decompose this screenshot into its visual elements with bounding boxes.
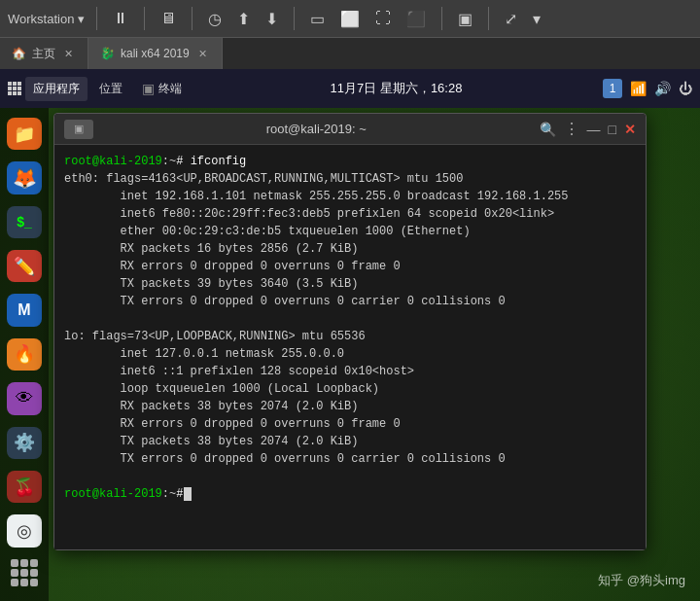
files-icon: 📁 bbox=[14, 124, 35, 145]
sidebar-icon-exploit[interactable]: 🔥 bbox=[7, 338, 42, 371]
separator-1 bbox=[96, 7, 97, 30]
terminal-line-3: inet6 fe80::20c:29ff:fec3:deb5 prefixlen… bbox=[64, 205, 636, 223]
editor-icon: ✏️ bbox=[14, 256, 35, 277]
sidebar-icon-metasploit[interactable]: M bbox=[7, 294, 42, 326]
screenshot-icon[interactable]: 🖥 bbox=[157, 8, 180, 29]
terminal-btn-icon: ▣ bbox=[142, 81, 155, 96]
terminal-search-button[interactable]: 🔍 bbox=[540, 122, 556, 137]
terminal-btn-label: 终端 bbox=[158, 81, 182, 97]
sidebar-icon-terminal[interactable]: $_ bbox=[7, 206, 42, 238]
snapshot2-icon[interactable]: ⬇ bbox=[262, 8, 282, 30]
sidebar-icon-recon[interactable]: 👁 bbox=[7, 382, 42, 414]
datetime-display: 11月7日 星期六，16:28 bbox=[193, 80, 599, 97]
terminal-line-2: inet 192.168.1.101 netmask 255.255.255.0… bbox=[64, 188, 636, 205]
circle-icon: ◎ bbox=[17, 520, 32, 542]
terminal-blank-1 bbox=[64, 310, 636, 328]
separator-6 bbox=[488, 7, 489, 30]
kali-tab-label: kali x64 2019 bbox=[121, 47, 190, 60]
terminal-line-14: RX errors 0 dropped 0 overruns 0 frame 0 bbox=[64, 415, 636, 433]
display3-icon[interactable]: ⛶ bbox=[371, 8, 395, 29]
top-bar: Workstation ▾ ⏸ 🖥 ◷ ⬆ ⬇ ▭ ⬜ ⛶ ⬛ ▣ ⤢ ▾ bbox=[0, 0, 700, 38]
terminal-content[interactable]: root@kali-2019:~# ifconfig eth0: flags=4… bbox=[54, 145, 646, 549]
apps-label: 应用程序 bbox=[33, 81, 80, 97]
sidebar-icon-cherry[interactable]: 🍒 bbox=[7, 471, 42, 503]
terminal-side-icon: $_ bbox=[17, 214, 32, 230]
tab-home[interactable]: 🏠 主页 ✕ bbox=[0, 38, 88, 69]
apps-button[interactable]: 应用程序 bbox=[25, 77, 88, 101]
task-bar: 🏠 主页 ✕ 🐉 kali x64 2019 ✕ bbox=[0, 38, 700, 69]
resize-icon[interactable]: ⤢ bbox=[501, 8, 521, 30]
prompt-0: root@kali-2019 bbox=[64, 155, 162, 168]
sidebar-icon-settings[interactable]: ⚙️ bbox=[7, 427, 42, 459]
metasploit-icon: M bbox=[18, 301, 30, 319]
chevron-down-icon[interactable]: ▾ bbox=[529, 8, 544, 30]
cherry-icon: 🍒 bbox=[14, 477, 35, 498]
sidebar-icon-circle[interactable]: ◎ bbox=[7, 514, 42, 547]
display4-icon[interactable]: ⬛ bbox=[402, 8, 430, 30]
workstation-title[interactable]: Workstation ▾ bbox=[8, 12, 85, 26]
terminal-line-8: TX errors 0 dropped 0 overruns 0 carrier… bbox=[64, 293, 636, 310]
terminal-line-1: eth0: flags=4163<UP,BROADCAST,RUNNING,MU… bbox=[64, 170, 636, 188]
panel-right: 1 📶 🔊 ⏻ bbox=[603, 79, 692, 98]
terminal-maximize-button[interactable]: □ bbox=[609, 122, 616, 137]
separator-2 bbox=[144, 7, 145, 30]
kali-tab-icon: 🐉 bbox=[100, 47, 115, 60]
terminal-line-16: TX errors 0 dropped 0 overruns 0 carrier… bbox=[64, 450, 636, 468]
exploit-icon: 🔥 bbox=[14, 343, 35, 365]
terminal-line-6: RX errors 0 dropped 0 overruns 0 frame 0 bbox=[64, 258, 636, 275]
desktop-area: 📁 🦊 $_ ✏️ M 🔥 👁 ⚙️ 🍒 ◎ bbox=[0, 108, 700, 601]
home-label: 主页 bbox=[32, 46, 55, 62]
sidebar-icon-files[interactable]: 📁 bbox=[7, 118, 42, 150]
datetime-text: 11月7日 星期六，16:28 bbox=[331, 81, 463, 95]
terminal-line-9: lo: flags=73<UP,LOOPBACK,RUNNING> mtu 65… bbox=[64, 328, 636, 345]
title-text: Workstation bbox=[8, 12, 74, 26]
terminal-blank-2 bbox=[64, 468, 636, 485]
terminal-minimize-button[interactable]: — bbox=[587, 122, 601, 137]
location-label: 位置 bbox=[99, 82, 122, 95]
terminal-line-12: loop txqueuelen 1000 (Local Loopback) bbox=[64, 380, 636, 398]
terminal-prompt-line: root@kali-2019:~# bbox=[64, 485, 636, 503]
title-chevron: ▾ bbox=[78, 12, 85, 26]
terminal-icon-left: ▣ bbox=[64, 120, 93, 139]
terminal-line-10: inet 127.0.0.1 netmask 255.0.0.0 bbox=[64, 345, 636, 363]
volume-icon[interactable]: 🔊 bbox=[654, 81, 671, 96]
separator-4 bbox=[294, 7, 295, 30]
apps-grid-icon[interactable] bbox=[8, 82, 21, 95]
network-icon[interactable]: 📶 bbox=[630, 81, 647, 96]
power-icon[interactable]: ⏻ bbox=[679, 81, 692, 96]
separator-3 bbox=[192, 7, 192, 30]
terminal-line-7: TX packets 39 bytes 3640 (3.5 KiB) bbox=[64, 275, 636, 293]
terminal-line-13: RX packets 38 bytes 2074 (2.0 KiB) bbox=[64, 398, 636, 415]
display1-icon[interactable]: ▭ bbox=[306, 8, 329, 30]
terminal-cursor bbox=[184, 487, 192, 501]
separator-5 bbox=[441, 7, 442, 30]
sidebar: 📁 🦊 $_ ✏️ M 🔥 👁 ⚙️ 🍒 ◎ bbox=[0, 108, 49, 601]
terminal-close-button[interactable]: ✕ bbox=[624, 122, 636, 137]
restore-icon[interactable]: ◷ bbox=[204, 8, 226, 30]
location-button[interactable]: 位置 bbox=[91, 77, 130, 101]
display2-icon[interactable]: ⬜ bbox=[336, 8, 364, 30]
terminal-line-15: TX packets 38 bytes 2074 (2.0 KiB) bbox=[64, 433, 636, 450]
pause-icon[interactable]: ⏸ bbox=[109, 8, 132, 29]
terminal-icon[interactable]: ▣ bbox=[454, 8, 476, 30]
workspace-number: 1 bbox=[610, 82, 616, 95]
workspace-badge[interactable]: 1 bbox=[603, 79, 622, 98]
sidebar-icon-editor[interactable]: ✏️ bbox=[7, 250, 42, 282]
tab-kali[interactable]: 🐉 kali x64 2019 ✕ bbox=[88, 38, 223, 69]
home-icon: 🏠 bbox=[12, 47, 26, 60]
sidebar-icon-browser[interactable]: 🦊 bbox=[7, 161, 42, 194]
terminal-titlebar: ▣ root@kali-2019: ~ 🔍 ⋮ — □ ✕ bbox=[54, 114, 646, 145]
snapshot-icon[interactable]: ⬆ bbox=[233, 8, 254, 30]
settings-icon: ⚙️ bbox=[14, 432, 35, 453]
prompt-last: root@kali-2019 bbox=[64, 485, 162, 503]
home-tab-close[interactable]: ✕ bbox=[61, 47, 76, 61]
terminal-line-0: root@kali-2019:~# ifconfig bbox=[64, 153, 636, 170]
kali-tab-close[interactable]: ✕ bbox=[195, 47, 210, 61]
xfce-panel: 应用程序 位置 ▣ 终端 11月7日 星期六，16:28 1 📶 🔊 ⏻ bbox=[0, 69, 700, 108]
terminal-line-5: RX packets 16 bytes 2856 (2.7 KiB) bbox=[64, 240, 636, 258]
terminal-button[interactable]: ▣ 终端 bbox=[134, 77, 190, 101]
terminal-menu-button[interactable]: ⋮ bbox=[564, 120, 579, 138]
terminal-line-11: inet6 ::1 prefixlen 128 scopeid 0x10<hos… bbox=[64, 363, 636, 380]
sidebar-icon-apps-grid[interactable] bbox=[7, 559, 42, 591]
terminal-line-4: ether 00:0c:29:c3:de:b5 txqueuelen 1000 … bbox=[64, 223, 636, 240]
